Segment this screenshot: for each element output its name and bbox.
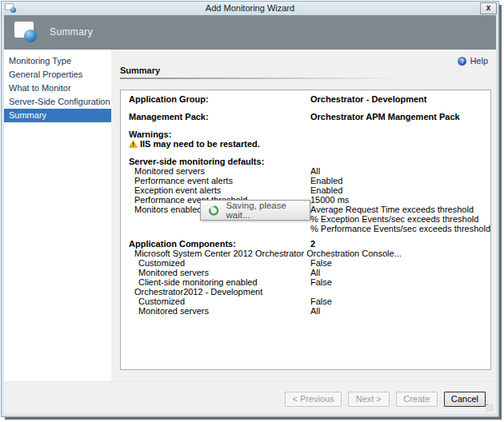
summary-page-icon <box>14 22 40 44</box>
row-value: 15000 ms <box>310 195 349 205</box>
screenshot-root: Add Monitoring Wizard x Summary Monitori… <box>0 0 504 422</box>
resize-grip[interactable] <box>486 404 494 412</box>
previous-button[interactable]: < Previous <box>285 392 341 407</box>
summary-row-server-side-monitoring-defaults: Server-side monitoring defaults: <box>121 157 490 166</box>
summary-box: Application Group:Orchestrator - Develop… <box>120 90 491 370</box>
cancel-button[interactable]: Cancel <box>444 392 486 407</box>
row-label: IIS may need to be restarted. <box>129 139 433 149</box>
titlebar: Add Monitoring Wizard x <box>2 2 498 15</box>
summary-row-application-group: Application Group:Orchestrator - Develop… <box>121 94 490 104</box>
summary-row-warnings: Warnings: <box>121 129 490 139</box>
close-button[interactable]: x <box>480 2 497 14</box>
summary-row-microsoft-system-center-2012-orchestrator-orchestration-console: Microsoft System Center 2012 Orchestrato… <box>121 249 490 258</box>
sidebar-item-summary[interactable]: Summary <box>4 109 111 122</box>
row-value: 2 <box>310 239 315 249</box>
row-label: Warnings: <box>129 129 310 139</box>
row-label: Monitored servers <box>138 268 310 277</box>
row-label: Server-side monitoring defaults: <box>129 157 310 166</box>
sidebar-item-general-properties[interactable]: General Properties <box>4 68 111 82</box>
row-label: Client-side monitoring enabled <box>138 277 310 287</box>
row-value: Enabled <box>310 185 342 195</box>
summary-row-management-pack: Management Pack:Orchestrator APM Mangeme… <box>121 112 490 121</box>
summary-row-customized: CustomizedFalse <box>121 297 490 306</box>
row-label: Management Pack: <box>129 112 310 121</box>
row-value: % Performance Events/sec exceeds thresho… <box>310 224 490 233</box>
summary-row-performance-events-sec-exceeds-threshold: % Performance Events/sec exceeds thresho… <box>121 224 490 233</box>
row-label: Application Components: <box>129 239 310 249</box>
sidebar-item-server-side-configuration[interactable]: Server-Side Configuration <box>4 95 111 109</box>
row-label <box>134 224 310 233</box>
row-label: Customized <box>138 258 310 268</box>
row-value: All <box>310 166 320 176</box>
row-value: Average Request Time exceeds threshold <box>310 205 474 214</box>
help-link[interactable]: ? Help <box>458 56 488 66</box>
row-label: Application Group: <box>129 94 310 104</box>
help-icon: ? <box>458 57 466 66</box>
wizard-steps-sidebar: Monitoring TypeGeneral PropertiesWhat to… <box>4 50 111 381</box>
sidebar-item-monitoring-type[interactable]: Monitoring Type <box>4 54 111 68</box>
row-label: Customized <box>138 297 310 306</box>
row-value: Orchestrator - Development <box>310 94 426 104</box>
row-label: Monitored servers <box>138 306 310 316</box>
row-label: Exception event alerts <box>134 185 310 195</box>
row-label: Monitored servers <box>134 166 310 176</box>
summary-row-orchestrator2012-development: Orchestrator2012 - Development <box>121 287 490 297</box>
footer-bar: < PreviousNext >CreateCancel <box>4 381 496 414</box>
section-title: Summary <box>120 66 160 75</box>
summary-row-application-components: Application Components:2 <box>121 239 490 249</box>
wizard-banner: Summary <box>4 15 496 50</box>
summary-row-customized: CustomizedFalse <box>121 258 490 268</box>
banner-title: Summary <box>50 26 93 38</box>
summary-row-monitored-servers: Monitored serversAll <box>121 166 490 176</box>
row-value: False <box>310 258 332 268</box>
summary-row-performance-event-alerts: Performance event alertsEnabled <box>121 176 490 185</box>
row-label: Microsoft System Center 2012 Orchestrato… <box>134 249 438 258</box>
summary-row-client-side-monitoring-enabled: Client-side monitoring enabledFalse <box>121 277 490 287</box>
spinner-icon <box>208 205 219 217</box>
row-value: False <box>310 277 332 287</box>
row-value: False <box>310 297 332 306</box>
saving-message: Saving, please wait... <box>226 201 310 220</box>
button-row: < PreviousNext >CreateCancel <box>285 392 486 407</box>
section-divider <box>120 78 400 79</box>
row-value: All <box>310 268 320 277</box>
row-value: % Exception Events/sec exceeds threshold <box>310 214 478 224</box>
create-button[interactable]: Create <box>396 392 438 407</box>
row-label: Orchestrator2012 - Development <box>134 287 438 297</box>
row-value: Enabled <box>310 176 342 185</box>
summary-row-iis-may-need-to-be-restarted: IIS may need to be restarted. <box>121 139 490 149</box>
summary-row-exception-event-alerts: Exception event alertsEnabled <box>121 185 490 195</box>
window-title: Add Monitoring Wizard <box>2 3 498 13</box>
summary-row-monitored-servers: Monitored serversAll <box>121 268 490 277</box>
summary-row-monitored-servers: Monitored serversAll <box>121 306 490 316</box>
row-value: Orchestrator APM Mangement Pack <box>310 112 460 121</box>
warning-icon <box>129 140 138 148</box>
saving-progress-popup: Saving, please wait... <box>200 200 310 221</box>
sidebar-item-what-to-monitor[interactable]: What to Monitor <box>4 82 111 95</box>
row-value: All <box>310 306 320 316</box>
help-label: Help <box>470 56 488 66</box>
row-label: Performance event alerts <box>134 176 310 185</box>
next-button[interactable]: Next > <box>348 392 390 407</box>
